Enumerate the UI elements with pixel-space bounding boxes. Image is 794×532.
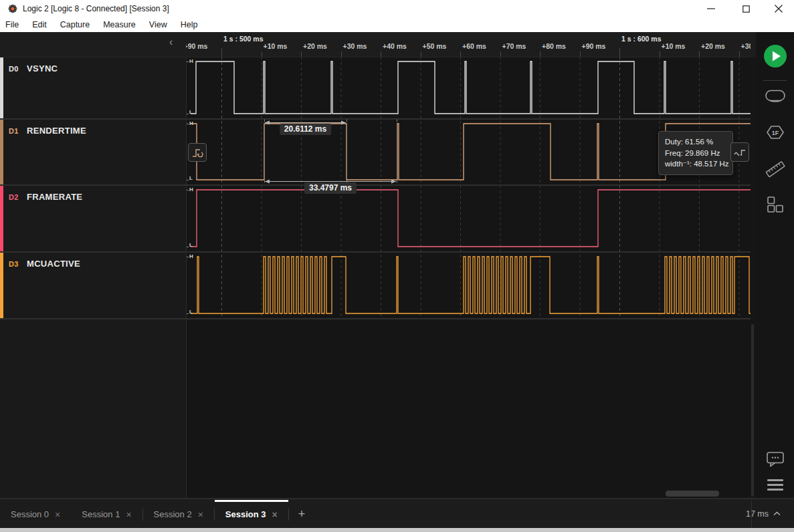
timeline-tick-label: +90 ms: [582, 42, 606, 50]
menu-file[interactable]: File: [0, 17, 25, 32]
app-icon: [8, 4, 17, 13]
add-session-button[interactable]: +: [289, 507, 315, 521]
measure-ruler-icon[interactable]: [756, 159, 794, 179]
channel-name: MCUACTIVE: [27, 259, 80, 269]
timeline-scale[interactable]: +90 ms1 s : 500 ms+10 ms+20 ms+30 ms+40 …: [186, 32, 751, 57]
channel-id: D3: [9, 260, 19, 268]
channel-id: D0: [9, 65, 19, 73]
timeline-tick-label: +20 ms: [701, 42, 725, 50]
channel-label-d1[interactable]: D1RENDERTIME: [0, 119, 186, 185]
row-separator: [0, 57, 751, 57]
maximize-icon: [742, 5, 750, 13]
session-tab-label: Session 2: [154, 509, 192, 519]
maximize-button[interactable]: [730, 0, 761, 17]
close-tab-icon[interactable]: ×: [198, 509, 203, 520]
session-tab-label: Session 0: [11, 509, 49, 519]
close-tab-icon[interactable]: ×: [272, 509, 278, 520]
timeline-tick: [660, 51, 660, 57]
tabbar-divider: [751, 501, 752, 528]
channel-label-d0[interactable]: D0VSYNC: [0, 57, 186, 119]
timeline-tick: [500, 51, 501, 57]
waveform-d0: [186, 57, 751, 119]
timeline-tick: [421, 51, 421, 57]
timeline-tick-label: 1 s : 600 ms: [621, 35, 662, 43]
menu-view[interactable]: View: [142, 17, 174, 32]
session-tab-3[interactable]: Session 3×: [215, 500, 288, 529]
measurement-handle-button[interactable]: [730, 142, 749, 162]
vertical-scrollbar-thumb[interactable]: [751, 324, 754, 497]
zoom-indicator-label: 17 ms: [746, 509, 769, 519]
device-icon[interactable]: [756, 88, 794, 104]
sidebar-divider: [763, 80, 787, 81]
waveform-d3: [186, 252, 751, 319]
session-tab-0[interactable]: Session 0×: [0, 500, 71, 529]
close-tab-icon[interactable]: ×: [55, 509, 60, 520]
timeline-tick-label: +90 ms: [186, 42, 207, 50]
session-tab-bar: Session 0×Session 1×Session 2×Session 3×…: [0, 498, 794, 529]
waveform-panel[interactable]: HLHLHLHL20.6112 ms33.4797 msDuty: 61.56 …: [186, 57, 751, 498]
channel-name: VSYNC: [27, 63, 58, 74]
protocol-analyzer-icon[interactable]: 1F: [756, 124, 794, 141]
timeline-tick: [540, 51, 540, 57]
svg-text:1F: 1F: [771, 130, 779, 136]
high-level-marker: H: [189, 186, 193, 192]
measurement-label[interactable]: 20.6112 ms: [280, 124, 331, 135]
timeline-tick-label: +20 ms: [303, 42, 327, 50]
timeline-tick-label: +30 ms: [343, 42, 367, 50]
channel-color-strip: [0, 57, 3, 119]
session-tab-1[interactable]: Session 1×: [71, 500, 142, 529]
channel-quick-measure-button[interactable]: [188, 143, 207, 162]
right-sidebar: 1F: [756, 32, 794, 498]
high-level-marker: H: [189, 253, 193, 259]
extensions-icon[interactable]: [756, 196, 794, 213]
timeline-tick: [341, 51, 342, 57]
timeline-tick: [381, 51, 381, 57]
timeline-tick: [262, 51, 262, 57]
collapse-panel-chevron-icon[interactable]: ‹: [169, 37, 173, 47]
timeline-tick: [460, 51, 461, 57]
close-tab-icon[interactable]: ×: [126, 509, 131, 520]
channel-name: FRAMERATE: [27, 192, 82, 202]
timeline: ‹ +90 ms1 s : 500 ms+10 ms+20 ms+30 ms+4…: [0, 32, 756, 57]
menu-bar: FileEditCaptureMeasureViewHelp: [0, 17, 794, 33]
chevron-up-icon: [773, 511, 781, 516]
minimize-button[interactable]: [696, 0, 726, 17]
timeline-tick-label: +40 ms: [383, 42, 407, 50]
play-button[interactable]: [756, 44, 794, 68]
close-button[interactable]: [763, 0, 794, 17]
tooltip-line: Duty: 61.56 %: [665, 136, 726, 148]
minimize-icon: [707, 5, 715, 13]
menu-edit[interactable]: Edit: [25, 17, 54, 32]
tooltip-line: width⁻¹: 48.517 Hz: [665, 158, 726, 170]
timeline-tick: [301, 51, 302, 57]
timeline-tick: [580, 51, 581, 57]
channel-label-d2[interactable]: D2FRAMERATE: [0, 185, 186, 252]
menu-measure[interactable]: Measure: [96, 17, 142, 32]
channel-color-strip: [0, 185, 3, 252]
session-tab-label: Session 1: [82, 509, 120, 519]
pulse-measure-icon: [733, 146, 747, 159]
low-level-marker: L: [189, 242, 193, 248]
pulse-measurement-tooltip: Duty: 61.56 %Freq: 29.869 Hzwidth⁻¹: 48.…: [658, 131, 733, 175]
window-title: Logic 2 [Logic 8 - Connected] [Session 3…: [23, 4, 169, 13]
low-level-marker: L: [189, 175, 193, 181]
timeline-tick: [739, 51, 740, 57]
chat-icon[interactable]: [756, 450, 794, 468]
menu-capture[interactable]: Capture: [54, 17, 96, 32]
menu-help[interactable]: Help: [174, 17, 205, 32]
timeline-tick: [221, 48, 222, 57]
session-tab-2[interactable]: Session 2×: [143, 500, 214, 529]
horizontal-scrollbar-thumb[interactable]: [666, 491, 719, 497]
menu-icon[interactable]: [756, 478, 794, 491]
close-icon: [775, 5, 783, 13]
channel-label-d3[interactable]: D3MCUACTIVE: [0, 252, 186, 319]
low-level-marker: L: [189, 309, 193, 315]
measurement-label[interactable]: 33.4797 ms: [304, 182, 357, 194]
row-separator: [0, 318, 751, 319]
title-bar: Logic 2 [Logic 8 - Connected] [Session 3…: [0, 0, 794, 17]
row-separator: [0, 184, 751, 186]
high-level-marker: H: [189, 120, 193, 126]
channel-color-strip: [0, 252, 3, 319]
timeline-tick-label: +50 ms: [423, 42, 447, 50]
channel-color-strip: [0, 119, 3, 185]
